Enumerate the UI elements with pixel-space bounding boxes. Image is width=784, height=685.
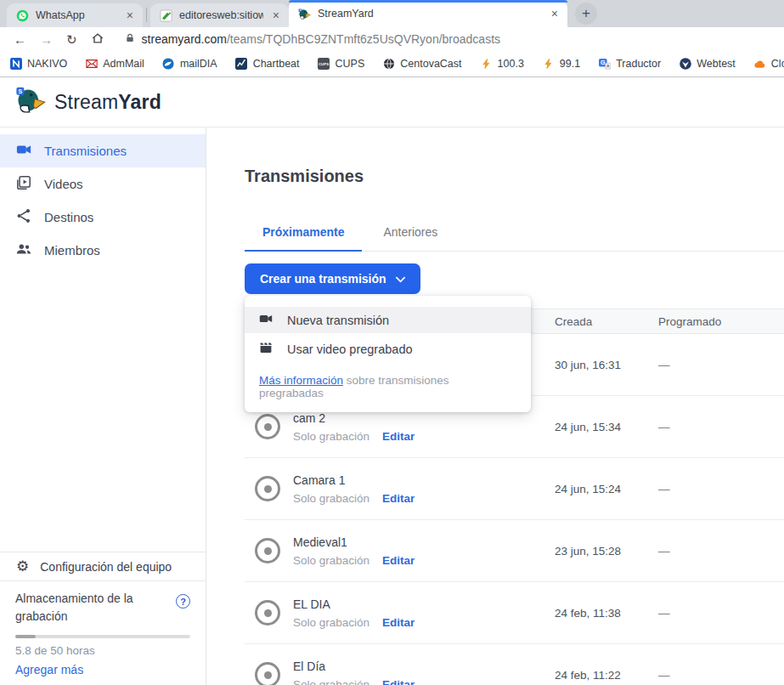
team-settings-button[interactable]: ⚙ Configuración del equipo [0, 552, 206, 580]
scheduled-cell: — [658, 607, 784, 620]
edit-link[interactable]: Editar [382, 430, 415, 443]
bookmark-item[interactable]: NAKIVO [9, 58, 67, 71]
sidebar-item-videos[interactable]: Videos [0, 167, 206, 201]
bookmark-label: Traductor [616, 58, 661, 70]
forward-icon[interactable]: → [40, 33, 53, 46]
help-icon[interactable]: ? [176, 594, 190, 609]
video-library-icon [16, 175, 31, 193]
broadcast-subtitle: Solo grabación [293, 492, 369, 505]
close-icon[interactable]: × [124, 8, 136, 22]
bookmark-item[interactable]: 100.3 [480, 58, 524, 71]
bookmark-item[interactable]: CentovaCast [382, 58, 461, 71]
bookmark-item[interactable]: mailDIA [162, 58, 217, 71]
new-tab-button[interactable]: + [575, 3, 597, 25]
broadcast-title: Camara 1 [293, 473, 415, 487]
tab-whatsapp[interactable]: WhatsApp × [7, 3, 143, 27]
create-broadcast-dropdown: Nueva transmisión Usar video pregrabado … [245, 296, 531, 412]
sidebar-nav: Transmisiones Videos Destinos Miembros [0, 127, 206, 267]
create-broadcast-label: Crear una transmisión [260, 272, 386, 286]
bookmark-label: AdmMail [103, 58, 144, 70]
tab-streamyard[interactable]: S StreamYard × [289, 0, 567, 27]
close-icon[interactable]: × [549, 7, 561, 20]
cms-page-icon [160, 9, 172, 22]
column-scheduled: Programado [658, 315, 784, 328]
video-camera-icon [259, 312, 273, 328]
broadcast-subtitle: Solo grabación [293, 678, 369, 685]
table-row[interactable]: EL DIA Solo grabación Editar 24 feb, 11:… [245, 582, 784, 644]
bookmark-label: CentovaCast [400, 58, 461, 70]
tab-title: StreamYard [318, 8, 542, 20]
whatsapp-icon [16, 9, 29, 22]
reload-icon[interactable]: ↻ [66, 33, 77, 46]
main-content: Transmisiones Próximamente Anteriores Cr… [206, 127, 784, 685]
created-cell: 30 jun, 16:31 [555, 359, 658, 371]
broadcast-subtitle: Solo grabación [293, 616, 369, 629]
menu-item-usar-video-pregrabado[interactable]: Usar video pregrabado [245, 336, 531, 362]
bookmark-label: NAKIVO [27, 58, 67, 70]
bookmark-item[interactable]: CloudFlare [753, 58, 784, 71]
broadcast-name-cell: Medieval1 Solo grabación Editar [245, 535, 555, 567]
edit-link[interactable]: Editar [382, 492, 415, 505]
scheduled-cell: — [658, 545, 784, 558]
bookmark-item[interactable]: CUPS CUPS [318, 58, 365, 71]
sidebar-item-destinos[interactable]: Destinos [0, 201, 206, 234]
back-icon[interactable]: ← [14, 33, 26, 46]
created-cell: 24 jun, 15:34 [555, 421, 658, 433]
edit-link[interactable]: Editar [382, 616, 415, 629]
record-icon [255, 538, 280, 563]
cloudflare-icon [753, 58, 766, 71]
created-cell: 23 jun, 15:28 [555, 545, 658, 558]
tab-anteriores[interactable]: Anteriores [383, 225, 437, 251]
bookmark-label: mailDIA [180, 58, 217, 70]
url-path: /teams/TQDhBC9ZNTmft6z5UsQVRyon/broadcas… [227, 32, 500, 46]
broadcast-title: Medieval1 [293, 535, 415, 549]
bookmark-item[interactable]: Webtest [679, 58, 736, 71]
menu-item-nueva-transmision[interactable]: Nueva transmisión [245, 307, 531, 333]
sidebar-item-miembros[interactable]: Miembros [0, 234, 206, 267]
edit-link[interactable]: Editar [382, 678, 415, 685]
broadcast-tabs: Próximamente Anteriores [245, 225, 784, 252]
close-icon[interactable]: × [270, 8, 282, 22]
edit-link[interactable]: Editar [382, 554, 415, 567]
bookmark-item[interactable]: 99.1 [542, 58, 580, 71]
team-settings-label: Configuración del equipo [40, 560, 172, 574]
add-more-link[interactable]: Agregar más [15, 663, 190, 677]
create-broadcast-button[interactable]: Crear una transmisión [245, 263, 420, 294]
translate-icon: Ga [598, 58, 611, 71]
table-row[interactable]: Medieval1 Solo grabación Editar 23 jun, … [245, 520, 784, 582]
tab-editoresweb[interactable]: editoresweb:sitioweb:eldia.co × [150, 3, 289, 27]
svg-text:CUPS: CUPS [319, 62, 329, 66]
bookmark-item[interactable]: AdmMail [85, 58, 144, 71]
storage-progress-bar [15, 635, 190, 638]
storage-title: Almacenamiento de la grabación [15, 590, 158, 626]
bookmark-item[interactable]: Chartbeat [235, 58, 300, 71]
bookmark-label: Chartbeat [253, 58, 300, 70]
created-cell: 24 feb, 11:38 [555, 607, 658, 620]
bookmark-item[interactable]: Ga Traductor [598, 58, 661, 71]
sidebar-item-label: Miembros [44, 243, 100, 258]
admmail-icon [85, 58, 98, 71]
url-host: streamyard.com [142, 32, 227, 46]
video-camera-icon [16, 142, 31, 160]
record-icon [255, 476, 280, 501]
table-row[interactable]: Camara 1 Solo grabación Editar 24 jun, 1… [245, 458, 784, 520]
svg-text:S: S [19, 88, 23, 94]
broadcast-title: El Día [293, 660, 415, 673]
svg-text:G: G [601, 59, 606, 65]
sidebar-item-label: Videos [44, 177, 83, 191]
members-icon [16, 241, 31, 259]
created-cell: 24 jun, 15:24 [555, 483, 658, 495]
broadcast-name-cell: El Día Solo grabación Editar [245, 660, 555, 685]
broadcast-subtitle: Solo grabación [293, 554, 369, 567]
url-field[interactable]: streamyard.com/teams/TQDhBC9ZNTmft6z5UsQ… [125, 32, 500, 46]
menu-item-label: Usar video pregrabado [287, 342, 413, 356]
svg-text:S: S [299, 8, 301, 12]
tab-title: WhatsApp [36, 9, 117, 21]
home-icon[interactable] [91, 31, 104, 47]
tab-proximamente[interactable]: Próximamente [245, 225, 362, 252]
table-row[interactable]: El Día Solo grabación Editar 24 feb, 11:… [245, 644, 784, 685]
chevron-down-icon [396, 272, 405, 286]
record-icon [255, 414, 280, 439]
sidebar-item-transmisiones[interactable]: Transmisiones [0, 134, 206, 167]
mas-informacion-link[interactable]: Más información [259, 374, 343, 387]
